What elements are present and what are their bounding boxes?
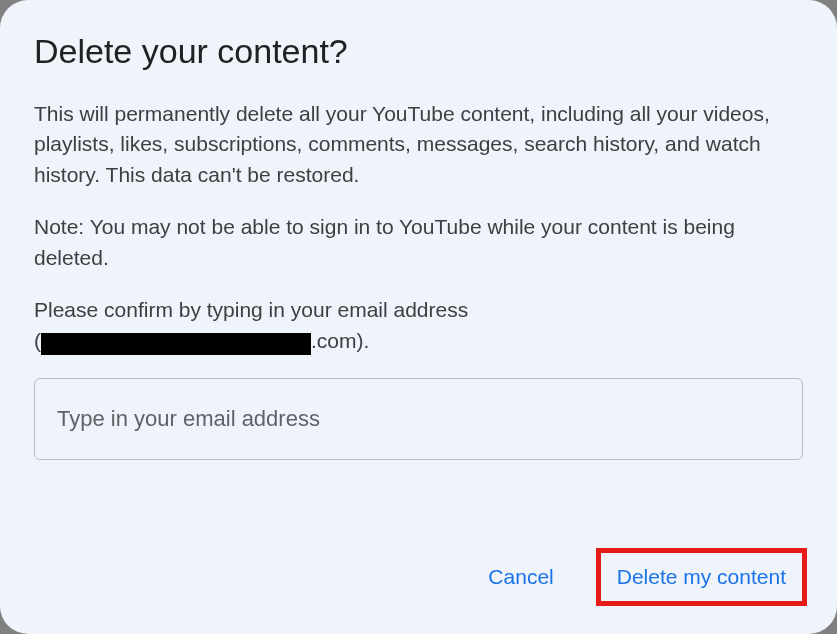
dialog-paragraph-2: Note: You may not be able to sign in to … (34, 212, 803, 273)
email-domain: .com (311, 329, 357, 352)
annotation-highlight: Delete my content (596, 548, 807, 606)
confirm-instruction: Please confirm by typing in your email a… (34, 295, 803, 356)
confirm-email-line: (.com). (34, 326, 803, 356)
email-input-container (34, 378, 803, 460)
open-paren: ( (34, 329, 41, 352)
delete-button[interactable]: Delete my content (609, 559, 794, 595)
confirm-prefix: Please confirm by typing in your email a… (34, 295, 803, 325)
dialog-title: Delete your content? (34, 32, 803, 71)
redacted-email-local (41, 333, 311, 355)
dialog-paragraph-1: This will permanently delete all your Yo… (34, 99, 803, 190)
delete-content-dialog: Delete your content? This will permanent… (0, 0, 837, 634)
close-paren: ). (357, 329, 370, 352)
email-input[interactable] (34, 378, 803, 460)
cancel-button[interactable]: Cancel (474, 555, 567, 599)
dialog-actions: Cancel Delete my content (474, 548, 807, 606)
